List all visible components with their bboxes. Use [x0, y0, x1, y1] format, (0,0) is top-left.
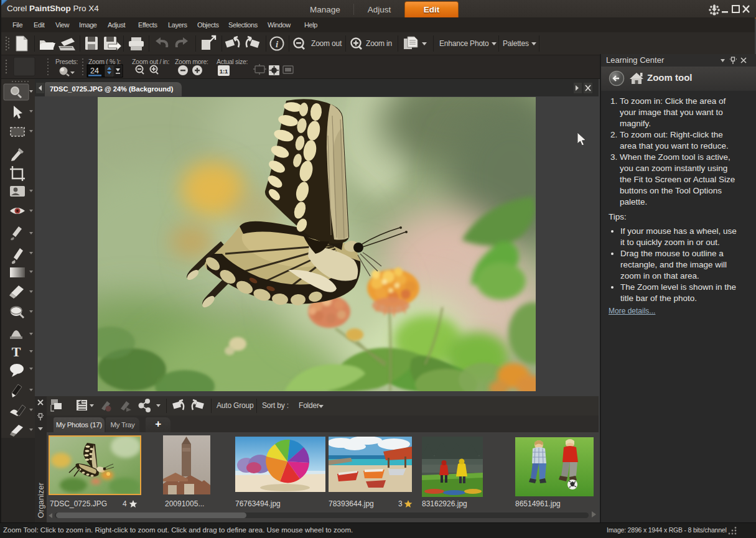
- svg-text:1:1: 1:1: [220, 68, 228, 75]
- svg-text:24: 24: [90, 67, 99, 75]
- svg-text:T: T: [12, 344, 21, 359]
- svg-text:i: i: [276, 39, 279, 49]
